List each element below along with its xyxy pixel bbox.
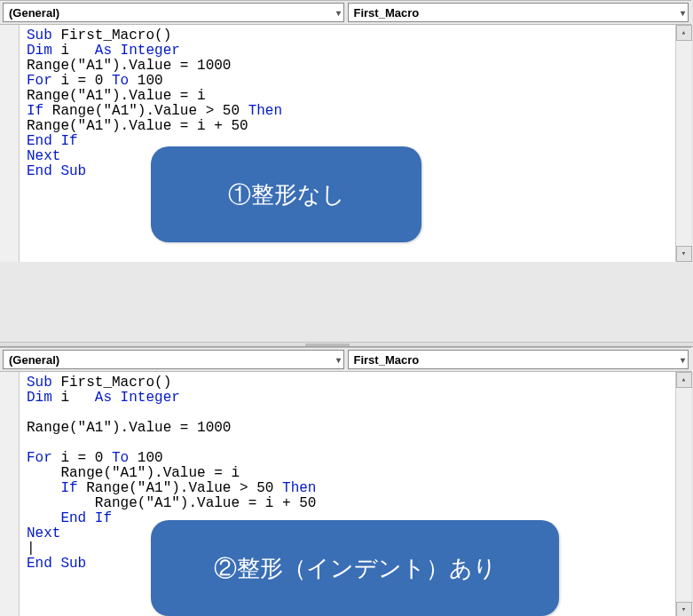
code-line: Range("A1").Value = i: [27, 466, 684, 481]
object-dropdown-label: (General): [9, 6, 59, 20]
gutter: [0, 372, 20, 616]
chevron-down-icon: ▾: [336, 8, 341, 18]
scroll-down-icon[interactable]: ▾: [676, 246, 692, 262]
annotation-callout-2: ②整形（インデント）あり: [151, 520, 559, 616]
chevron-down-icon: ▾: [681, 355, 685, 365]
gutter: [0, 25, 20, 262]
code-line: Sub First_Macro(): [27, 28, 684, 43]
vertical-scrollbar[interactable]: ▴ ▾: [675, 372, 691, 616]
code-line: Dim i As Integer: [27, 391, 684, 406]
code-line: If Range("A1").Value > 50 Then: [27, 481, 684, 496]
dropdown-row: (General) ▾ First_Macro ▾: [0, 347, 691, 372]
dropdown-row: (General) ▾ First_Macro ▾: [0, 0, 691, 25]
procedure-dropdown-label: First_Macro: [354, 6, 420, 20]
code-line: Range("A1").Value = i + 50: [27, 119, 684, 134]
object-dropdown[interactable]: (General) ▾: [3, 350, 344, 369]
code-line: [27, 406, 684, 421]
editor-panel-1: (General) ▾ First_Macro ▾ Sub First_Macr…: [0, 0, 691, 262]
chevron-down-icon: ▾: [336, 355, 341, 365]
code-line: For i = 0 To 100: [27, 451, 684, 466]
code-line: Range("A1").Value = 1000: [27, 59, 684, 74]
editor-panel-2: (General) ▾ First_Macro ▾ Sub First_Macr…: [0, 347, 691, 616]
object-dropdown-label: (General): [9, 353, 59, 367]
procedure-dropdown[interactable]: First_Macro ▾: [348, 350, 689, 369]
code-line: If Range("A1").Value > 50 Then: [27, 104, 684, 119]
code-line: Sub First_Macro(): [27, 375, 684, 391]
annotation-callout-1: ①整形なし: [151, 146, 421, 242]
scroll-up-icon[interactable]: ▴: [676, 25, 692, 41]
code-line: Range("A1").Value = i + 50: [27, 496, 684, 511]
code-line: Range("A1").Value = i: [27, 89, 684, 104]
vertical-scrollbar[interactable]: ▴ ▾: [675, 25, 691, 262]
code-line: [27, 436, 684, 451]
chevron-down-icon: ▾: [681, 8, 685, 18]
code-line: Dim i As Integer: [27, 43, 684, 59]
code-line: Range("A1").Value = 1000: [27, 421, 684, 436]
procedure-dropdown[interactable]: First_Macro ▾: [348, 3, 689, 22]
object-dropdown[interactable]: (General) ▾: [3, 3, 344, 22]
procedure-dropdown-label: First_Macro: [354, 353, 420, 367]
scroll-up-icon[interactable]: ▴: [676, 372, 692, 388]
scroll-down-icon[interactable]: ▾: [676, 602, 692, 616]
callout-text: ①整形なし: [228, 179, 345, 210]
callout-text: ②整形（インデント）あり: [214, 553, 497, 584]
code-line: For i = 0 To 100: [27, 74, 684, 89]
